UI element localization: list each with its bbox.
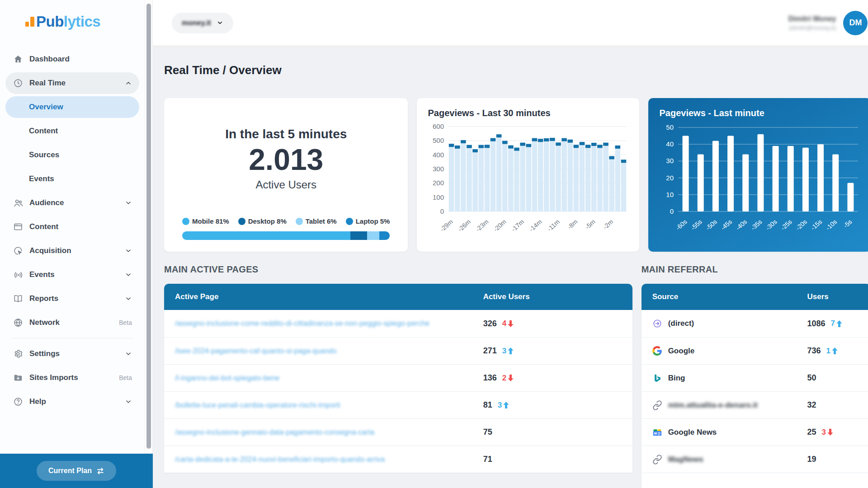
- sidebar-item-acquisition[interactable]: Acquisition: [5, 240, 139, 262]
- chevron-down-icon: [125, 295, 132, 302]
- active-pages-table: Active Page Active Users /assegno-inclus…: [164, 284, 632, 473]
- sidebar-item-audience[interactable]: Audience: [5, 192, 139, 214]
- topbar: money.it Dimitri Money (dimitri@money.it…: [153, 0, 868, 46]
- publytics-logo[interactable]: Publytics: [0, 0, 145, 43]
- referral-users-count: 25: [807, 427, 816, 437]
- svg-text:-25s: -25s: [779, 218, 793, 231]
- sidebar-item-sites-imports[interactable]: Sites ImportsBeta: [5, 367, 139, 389]
- referral-source-name: mtm.attualita-e-denaro.it: [668, 401, 758, 410]
- trend-value: 4: [502, 319, 506, 328]
- active-users-count: 326: [483, 319, 497, 328]
- device-bar: [182, 231, 390, 240]
- current-plan-label: Current Plan: [48, 467, 92, 475]
- content: Real Time / Overview In the last 5 minut…: [153, 46, 868, 488]
- arrow-down-icon: [508, 375, 514, 381]
- trend-up: 7: [831, 319, 842, 328]
- user-email: (dimitri@money.it): [788, 24, 836, 31]
- svg-text:300: 300: [433, 165, 444, 173]
- active-page-link[interactable]: /assegno-inclusione-gennaio-data-pagamen…: [175, 428, 374, 436]
- site-selector[interactable]: money.it: [172, 13, 233, 33]
- sidebar-item-label: Dashboard: [29, 55, 70, 64]
- trend-value: 2: [502, 374, 506, 383]
- arrow-up-icon: [832, 347, 838, 354]
- sidebar-item-content[interactable]: Content: [5, 216, 139, 238]
- svg-text:-10s: -10s: [825, 218, 839, 231]
- pageviews-30min-chart: 0100200300400500600-29m-26m-23m-20m-17m-…: [428, 121, 628, 241]
- svg-text:-55s: -55s: [689, 218, 703, 231]
- help-icon: [13, 396, 24, 407]
- svg-text:-29m: -29m: [439, 218, 454, 233]
- sidebar-item-reports[interactable]: Reports: [5, 288, 139, 310]
- sidebar-divider: [11, 338, 134, 338]
- referral-source-name: Google News: [668, 428, 717, 437]
- direct-icon: [652, 319, 662, 328]
- book-icon: [13, 293, 24, 304]
- table-row: /isee-2024-pagamento-caf-quanto-si-paga-…: [164, 337, 632, 364]
- referral-source-name: (direct): [668, 319, 694, 328]
- sidebar-item-label: Acquisition: [29, 246, 71, 255]
- sidebar-scrollbar[interactable]: [145, 0, 153, 488]
- svg-text:30: 30: [666, 157, 674, 164]
- table-row: /assegno-inclusione-gennaio-data-pagamen…: [164, 418, 632, 446]
- active-page-link[interactable]: /carta-dedicata-a-te-2024-nuovi-benefici…: [175, 455, 385, 463]
- section-title-referral: MAIN REFERRAL: [642, 264, 868, 275]
- sidebar-item-label: Events: [29, 270, 55, 279]
- active-users-count: 81: [483, 400, 492, 410]
- legend-dot-icon: [296, 218, 303, 225]
- sidebar-item-content[interactable]: Content: [5, 120, 139, 142]
- device-bar-segment-mobile: [182, 231, 350, 240]
- referral-table: Source Users (direct)10867Google7361Bing…: [642, 284, 868, 488]
- active-page-link[interactable]: /isee-2024-pagamento-caf-quanto-si-paga-…: [175, 347, 337, 355]
- active-users-value: 2.013: [249, 142, 323, 177]
- legend-item-desktop: Desktop 8%: [238, 217, 287, 225]
- sidebar-nav: DashboardReal TimeOverviewContentSources…: [0, 43, 145, 413]
- sidebar-item-events[interactable]: Events: [5, 264, 139, 286]
- sidebar-item-settings[interactable]: Settings: [5, 343, 139, 365]
- sidebar-scrollbar-thumb[interactable]: [146, 4, 151, 449]
- chevron-down-icon: [125, 271, 132, 278]
- referral-users-count: 1086: [807, 319, 825, 328]
- user-info[interactable]: Dimitri Money (dimitri@money.it) DM: [788, 11, 868, 35]
- user-name: Dimitri Money: [788, 15, 836, 23]
- home-icon: [13, 54, 24, 65]
- pageviews-last-minute-card: Pageviews - Last minute 01020304050-60s-…: [648, 98, 868, 252]
- page-title: Real Time / Overview: [164, 63, 868, 77]
- active-users-subtitle: Active Users: [255, 178, 316, 191]
- svg-text:-17m: -17m: [510, 218, 525, 233]
- logo-bars-icon: [25, 17, 34, 27]
- chevron-down-icon: [125, 199, 132, 206]
- sidebar-item-network[interactable]: NetworkBeta: [5, 312, 139, 333]
- sidebar-item-label: Help: [29, 397, 46, 406]
- sidebar-item-overview[interactable]: Overview: [5, 96, 139, 118]
- sidebar-item-dashboard[interactable]: Dashboard: [5, 48, 139, 70]
- section-headings: MAIN ACTIVE PAGES MAIN REFERRAL: [164, 264, 868, 275]
- svg-text:-20m: -20m: [492, 218, 508, 233]
- sidebar-item-sources[interactable]: Sources: [5, 144, 139, 166]
- current-plan-button[interactable]: Current Plan: [37, 461, 116, 481]
- arrow-up-icon: [508, 347, 514, 354]
- sidebar-item-help[interactable]: Help: [5, 391, 139, 413]
- link-icon: [652, 400, 662, 410]
- sidebar-item-label: Overview: [29, 103, 63, 112]
- svg-text:-45s: -45s: [720, 218, 734, 231]
- table-row: [642, 473, 868, 488]
- avatar[interactable]: DM: [843, 11, 868, 35]
- table-row: /bollette-luce-penali-cambia-operatore-r…: [164, 391, 632, 418]
- device-bar-segment-laptop: [379, 231, 390, 240]
- active-page-link[interactable]: /l-inganno-dei-bot-spiegato-bene: [175, 374, 279, 382]
- active-pages-table-body: /assegno-inclusione-come-reddito-di-citt…: [164, 310, 632, 473]
- window-icon: [13, 221, 24, 232]
- bing-icon: [652, 373, 662, 383]
- device-bar-segment-tablet: [367, 231, 380, 240]
- sidebar-item-events[interactable]: Events: [5, 168, 139, 190]
- logo-text-primary: Pub: [36, 13, 64, 30]
- active-page-link[interactable]: /bollette-luce-penali-cambia-operatore-r…: [175, 401, 340, 409]
- svg-text:-30s: -30s: [764, 218, 778, 231]
- legend-dot-icon: [346, 218, 353, 225]
- referral-source-name: MagNews: [668, 455, 703, 464]
- sidebar-item-real-time[interactable]: Real Time: [5, 72, 139, 94]
- active-page-link[interactable]: /assegno-inclusione-come-reddito-di-citt…: [175, 319, 429, 327]
- pageviews-last-minute-chart: 01020304050-60s-55s-50s-45s-40s-35s-30s-…: [659, 121, 860, 241]
- sidebar-item-label: Sites Imports: [29, 373, 78, 382]
- svg-text:-26m: -26m: [457, 218, 472, 233]
